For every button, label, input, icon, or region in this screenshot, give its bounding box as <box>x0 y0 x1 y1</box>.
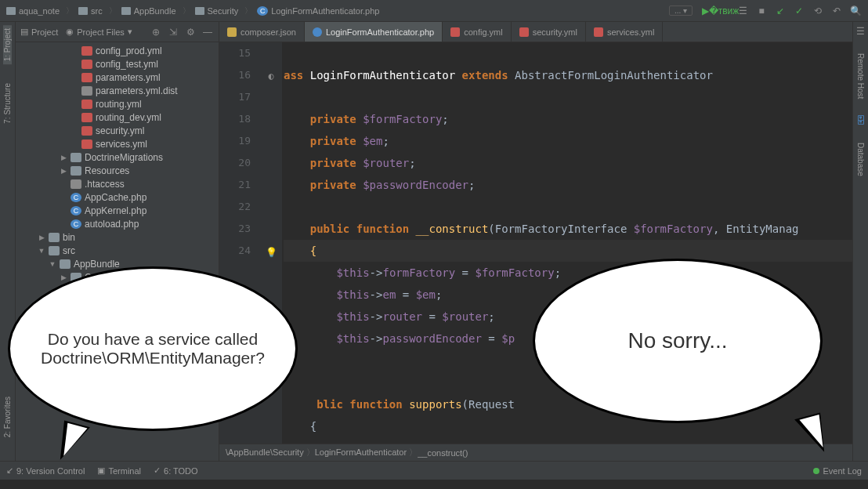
tree-item[interactable]: routing.yml <box>16 97 219 110</box>
intention-bulb-icon: 💡 <box>266 247 277 258</box>
yml-icon <box>81 73 92 82</box>
collapse-icon[interactable]: ⇲ <box>167 26 179 38</box>
tree-item[interactable]: ▼src <box>16 244 219 257</box>
editor-tab[interactable]: config.yml <box>443 22 512 42</box>
json-icon <box>227 27 237 37</box>
line-number: 15 <box>219 42 251 64</box>
tool-project[interactable]: 1: Project <box>3 25 12 64</box>
speech-bubble-left: Do you have a service called Doctrine\OR… <box>8 266 298 431</box>
line-number: 21 <box>219 174 251 196</box>
editor-crumb-item[interactable]: __construct() <box>418 448 468 458</box>
code-line[interactable]: ass LoginFormAuthenticator extends Abstr… <box>284 64 852 86</box>
line-number: 23 <box>219 218 251 240</box>
coverage-icon[interactable]: ☰ <box>736 5 749 17</box>
vcs-revert-icon[interactable]: ↶ <box>830 5 843 17</box>
editor-tab[interactable]: LoginFormAuthenticator.php <box>305 22 443 42</box>
folder-icon <box>78 7 88 15</box>
code-line[interactable]: { <box>284 415 852 437</box>
editor-tab[interactable]: services.yml <box>586 22 664 42</box>
bottom-eventlog[interactable]: Event Log <box>813 466 862 476</box>
php-icon: C <box>71 219 81 229</box>
code-line[interactable] <box>284 42 852 64</box>
line-number: 17 <box>219 86 251 108</box>
yml-icon <box>81 126 92 136</box>
tree-item[interactable]: ▶DoctrineMigrations <box>16 150 219 164</box>
breadcrumb-item[interactable]: CLoginFormAuthenticator.php <box>257 6 385 16</box>
tree-caret-icon: ▶ <box>60 273 67 281</box>
code-line[interactable]: private $formFactory; <box>284 108 852 130</box>
sidebar-tab-project[interactable]: ▤ Project <box>20 27 58 37</box>
tree-item[interactable]: security.yml <box>16 124 219 137</box>
sidebar-tab-files[interactable]: ◉ Project Files ▾ <box>66 27 132 37</box>
tree-item[interactable]: services.yml <box>16 137 219 150</box>
vcs-update-icon[interactable]: ↙ <box>774 5 787 17</box>
editor-crumb-item[interactable]: LoginFormAuthenticator <box>315 447 418 458</box>
code-line[interactable]: private $em; <box>284 130 852 152</box>
settings-icon[interactable]: ⚙ <box>184 26 197 38</box>
tree-item[interactable]: CAppCache.php <box>16 190 219 204</box>
tree-item[interactable]: config_prod.yml <box>16 44 219 57</box>
line-number: 16 <box>219 64 251 86</box>
line-number: 19 <box>219 130 251 152</box>
database-icon[interactable]: 🗄 <box>855 114 867 127</box>
yml-icon <box>81 60 92 69</box>
top-bar: aqua_notesrcAppBundleSecurityCLoginFormA… <box>0 0 868 22</box>
vcs-history-icon[interactable]: ⟲ <box>812 5 824 17</box>
php-icon: C <box>71 193 81 202</box>
bottom-todo[interactable]: ✓ 6: TODO <box>154 465 198 476</box>
scroll-from-source-icon[interactable]: ⊕ <box>150 26 162 38</box>
tree-item[interactable]: config_test.yml <box>16 57 219 71</box>
tree-item[interactable]: Cautoload.php <box>16 217 219 230</box>
run-config-selector[interactable]: ... ▾ <box>669 5 693 16</box>
line-number: 18 <box>219 108 251 130</box>
tool-remote-host[interactable]: Remote Host <box>856 50 865 102</box>
code-line[interactable]: public function __construct(FormFactoryI… <box>284 218 852 240</box>
tree-item[interactable]: .htaccess <box>16 177 219 190</box>
tool-database[interactable]: Database <box>856 139 865 179</box>
tree-item[interactable]: parameters.yml <box>16 71 219 84</box>
tree-item[interactable]: CAppKernel.php <box>16 204 219 217</box>
breadcrumb: aqua_notesrcAppBundleSecurityCLoginFormA… <box>6 5 669 16</box>
debug-icon[interactable]: �твиж <box>718 5 730 17</box>
tree-caret-icon: ▼ <box>38 247 45 255</box>
override-marker-icon: ◐ <box>268 71 273 82</box>
code-line[interactable]: return $request->getPathInfo() == ('POST… <box>284 437 852 444</box>
editor-tab[interactable]: composer.json <box>219 22 305 42</box>
stop-icon[interactable]: ■ <box>755 5 768 17</box>
breadcrumb-item[interactable]: src <box>78 5 117 16</box>
yml-icon <box>594 27 603 37</box>
editor-crumb-item[interactable]: \AppBundle\Security <box>226 447 315 458</box>
code-line[interactable]: private $router; <box>284 152 852 174</box>
tree-item[interactable]: ▶Resources <box>16 164 219 177</box>
bottom-terminal[interactable]: ▣ Terminal <box>97 465 141 476</box>
search-icon[interactable]: 🔍 <box>849 5 862 17</box>
bottom-vcs[interactable]: ↙ 9: Version Control <box>6 465 85 476</box>
tree-item[interactable]: endor <box>16 459 219 461</box>
tree-item[interactable]: routing_dev.yml <box>16 110 219 124</box>
tree-caret-icon: ▶ <box>60 167 67 175</box>
editor-breadcrumb[interactable]: \AppBundle\SecurityLoginFormAuthenticato… <box>219 444 852 461</box>
yml-icon <box>450 27 460 37</box>
code-line[interactable]: private $passwordEncoder; <box>284 174 852 196</box>
hide-icon[interactable]: — <box>201 26 214 38</box>
txt-icon <box>71 179 81 189</box>
breadcrumb-item[interactable]: aqua_note <box>6 5 74 16</box>
tree-item[interactable]: ▶bin <box>16 230 219 244</box>
tool-favorites[interactable]: 2: Favorites <box>3 393 12 440</box>
folder-icon <box>60 259 71 269</box>
php-icon <box>313 27 322 37</box>
vcs-commit-icon[interactable]: ✓ <box>793 5 805 17</box>
code-line[interactable] <box>284 196 852 218</box>
code-line[interactable] <box>284 86 852 108</box>
tree-item[interactable]: parameters.yml.dist <box>16 84 219 97</box>
breadcrumb-item[interactable]: AppBundle <box>121 5 190 16</box>
breadcrumb-item[interactable]: Security <box>195 5 253 16</box>
remote-icon[interactable]: ☰ <box>855 25 867 38</box>
status-bar: ↙ 9: Version Control ▣ Terminal ✓ 6: TOD… <box>0 461 868 480</box>
tool-structure[interactable]: 7: Structure <box>3 80 12 127</box>
editor-tab[interactable]: security.yml <box>512 22 586 42</box>
tree-caret-icon: ▶ <box>60 154 67 161</box>
yml-icon <box>519 27 529 37</box>
txt-icon <box>81 86 92 96</box>
code-line[interactable]: { <box>284 240 852 262</box>
